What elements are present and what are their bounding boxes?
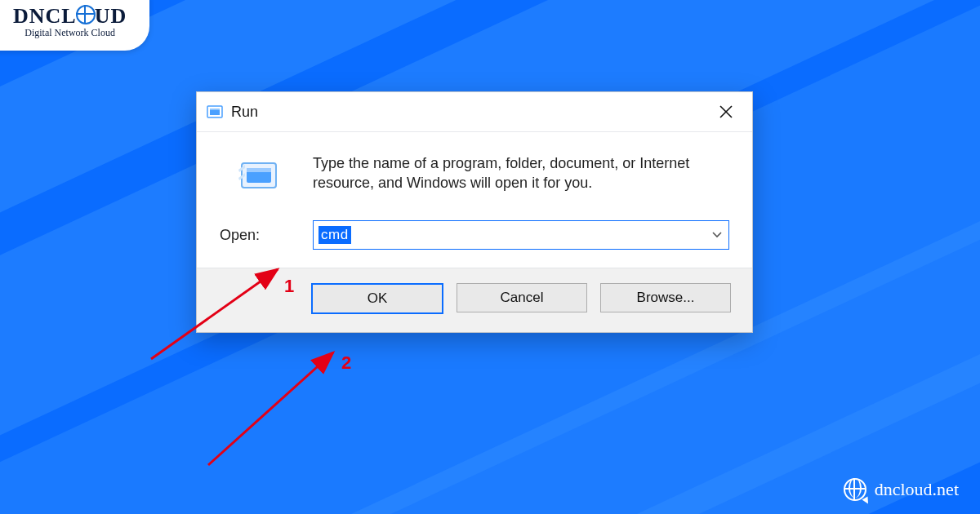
run-large-icon [237, 153, 281, 201]
globe-icon [844, 478, 866, 501]
cancel-button[interactable]: Cancel [457, 283, 587, 312]
brand-text-1: DNCL [13, 4, 77, 28]
dialog-description: Type the name of a program, folder, docu… [313, 153, 729, 193]
dialog-footer: OK Cancel Browse... [197, 268, 752, 332]
stage: DNCLUD Digital Network Cloud Run [0, 0, 980, 514]
brand-tagline: Digital Network Cloud [13, 27, 127, 39]
dialog-title: Run [231, 104, 258, 121]
open-input-value: cmd [318, 226, 351, 244]
open-label: Open: [220, 227, 298, 244]
svg-rect-2 [210, 109, 220, 110]
footer-site-text: dncloud.net [875, 479, 959, 500]
run-dialog: Run [196, 91, 753, 333]
chevron-down-icon[interactable] [706, 221, 728, 249]
annotation-step-1: 1 [284, 276, 294, 297]
open-input[interactable]: cmd [314, 221, 706, 249]
dialog-body: Type the name of a program, folder, docu… [197, 132, 752, 268]
run-app-icon [207, 104, 223, 120]
titlebar: Run [197, 92, 752, 132]
brand-text-2: UD [95, 4, 127, 28]
ok-button[interactable]: OK [311, 283, 443, 314]
svg-rect-7 [247, 168, 271, 172]
close-button[interactable] [710, 95, 742, 128]
cancel-button-label: Cancel [501, 290, 544, 306]
browse-button[interactable]: Browse... [600, 283, 731, 312]
footer-brand: dncloud.net [844, 478, 959, 501]
brand-name: DNCLUD [13, 3, 127, 29]
globe-icon [76, 5, 96, 24]
ok-button-label: OK [368, 290, 388, 307]
brand-logo: DNCLUD Digital Network Cloud [0, 0, 149, 51]
annotation-step-2: 2 [341, 352, 351, 374]
close-icon [719, 105, 733, 118]
open-combobox[interactable]: cmd [313, 220, 729, 250]
browse-button-label: Browse... [637, 290, 695, 306]
